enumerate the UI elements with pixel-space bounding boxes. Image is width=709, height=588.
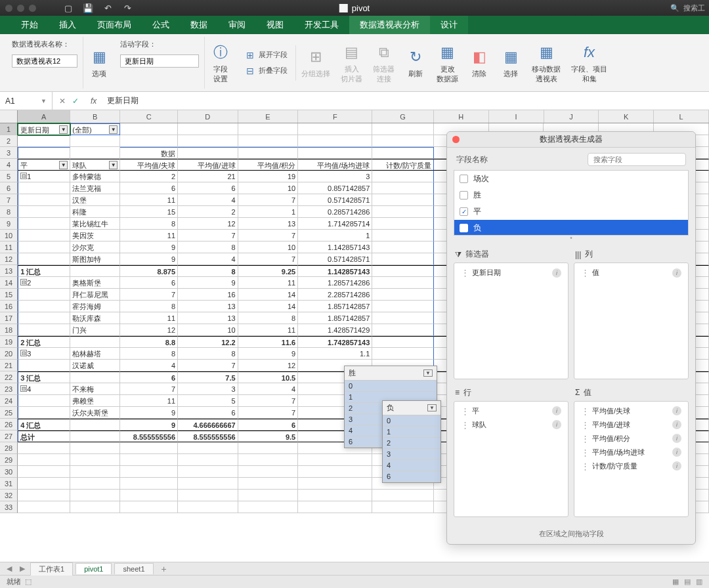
close-window[interactable] xyxy=(5,5,12,12)
cell[interactable]: 9 xyxy=(120,242,178,253)
cell[interactable]: 16 xyxy=(178,289,238,301)
add-sheet-button[interactable]: + xyxy=(156,564,172,574)
name-box-dropdown-icon[interactable]: ▼ xyxy=(41,98,47,104)
field-item[interactable]: 平 xyxy=(454,203,688,220)
cell[interactable]: 9.25 xyxy=(238,265,299,277)
cell[interactable] xyxy=(372,171,434,182)
col-header-B[interactable]: B xyxy=(70,110,120,123)
cell[interactable] xyxy=(178,501,238,513)
cell[interactable]: 1 xyxy=(238,206,299,218)
cell[interactable] xyxy=(298,135,372,147)
cell[interactable]: 7 xyxy=(238,194,299,206)
col-header-H[interactable]: H xyxy=(434,110,489,123)
cell[interactable] xyxy=(298,490,372,501)
cell[interactable] xyxy=(70,135,120,147)
field-item[interactable]: 负 xyxy=(454,220,688,236)
cell[interactable] xyxy=(70,336,120,348)
cell[interactable] xyxy=(238,478,299,490)
cell[interactable] xyxy=(238,454,299,466)
cell[interactable]: 1.742857143 xyxy=(298,336,372,348)
tab-data[interactable]: 数据 xyxy=(180,16,218,34)
cell[interactable] xyxy=(18,454,70,466)
group-select-button[interactable]: ⊞ 分组选择 xyxy=(296,44,335,81)
cell[interactable]: 13 xyxy=(178,301,238,312)
fields-items-button[interactable]: fx 字段、项目 和集 xyxy=(566,39,612,87)
view-normal-icon[interactable]: ▦ xyxy=(672,578,679,586)
cell[interactable]: 2 汇总 xyxy=(18,336,70,348)
col-header-E[interactable]: E xyxy=(238,110,299,123)
cell[interactable]: 计数/防守质量 xyxy=(372,159,434,171)
cell[interactable]: 4 xyxy=(238,383,299,395)
row-header[interactable]: 27 xyxy=(0,430,18,442)
field-settings-button[interactable]: ⓘ 字段 设置 xyxy=(205,39,236,87)
cell[interactable]: 10 xyxy=(178,324,238,336)
cell[interactable]: 1.1 xyxy=(298,348,372,360)
cell[interactable] xyxy=(18,230,70,242)
cell[interactable]: 弗赖堡 xyxy=(70,395,120,407)
row-header[interactable]: 17 xyxy=(0,312,18,324)
cell[interactable] xyxy=(120,135,178,147)
cell[interactable]: 8 xyxy=(178,348,238,360)
cell[interactable]: 勒沃库森 xyxy=(70,312,120,324)
cell[interactable]: 沙尔克 xyxy=(70,242,120,253)
row-header[interactable]: 19 xyxy=(0,336,18,348)
cell[interactable]: 奥格斯堡 xyxy=(70,277,120,289)
cell[interactable] xyxy=(178,442,238,454)
cell[interactable]: 汉诺威 xyxy=(70,360,120,371)
cell[interactable] xyxy=(298,466,372,478)
cell[interactable] xyxy=(18,478,70,490)
cell[interactable]: 7 xyxy=(238,395,299,407)
row-header[interactable]: 14 xyxy=(0,277,18,289)
cell[interactable] xyxy=(372,135,434,147)
cell[interactable]: 1.428571429 xyxy=(298,324,372,336)
row-header[interactable]: 26 xyxy=(0,419,18,430)
col-header-J[interactable]: J xyxy=(544,110,599,123)
cell[interactable]: 8 xyxy=(120,348,178,360)
cell[interactable]: 6 xyxy=(120,182,178,194)
cell[interactable]: ⊟ 1 xyxy=(18,171,70,182)
dropdown-icon[interactable]: ▼ xyxy=(427,404,437,411)
cell[interactable]: 9 xyxy=(120,419,178,430)
field-item[interactable]: 场次 xyxy=(454,171,688,187)
view-page-icon[interactable]: ▤ xyxy=(684,578,691,586)
row-header[interactable]: 4 xyxy=(0,159,18,171)
checkbox[interactable] xyxy=(460,175,468,183)
cell[interactable]: 14 xyxy=(238,289,299,301)
redo-icon[interactable]: ↷ xyxy=(121,2,133,14)
accessibility-icon[interactable]: ⬚ xyxy=(25,578,32,585)
cell[interactable] xyxy=(238,442,299,454)
area-item[interactable]: ⋮平i xyxy=(457,404,565,418)
cell[interactable] xyxy=(372,277,434,289)
cell[interactable]: ⊟ 4 xyxy=(18,383,70,395)
pivot-field-pane[interactable]: 数据透视表生成器 字段名称 场次胜平负 ⧩筛选器 ⋮更新日期i |||列 ⋮值i… xyxy=(446,131,696,545)
cell[interactable]: 不来梅 xyxy=(70,383,120,395)
cell[interactable] xyxy=(178,123,238,135)
row-header[interactable]: 33 xyxy=(0,501,18,513)
cell[interactable]: 球队▼ xyxy=(70,159,120,171)
cell[interactable]: 霍芬海姆 xyxy=(70,301,120,312)
cell[interactable] xyxy=(70,478,120,490)
view-break-icon[interactable]: ▥ xyxy=(696,578,702,586)
row-header[interactable]: 2 xyxy=(0,135,18,147)
cell[interactable]: 3 xyxy=(298,171,372,182)
cell[interactable] xyxy=(178,454,238,466)
filter-popup-fu[interactable]: 负▼ 012346 xyxy=(382,400,441,483)
filter-option[interactable]: 3 xyxy=(383,449,440,460)
tab-insert[interactable]: 插入 xyxy=(49,16,87,34)
col-header-D[interactable]: D xyxy=(178,110,238,123)
close-icon[interactable] xyxy=(452,136,460,143)
cell[interactable]: 7 xyxy=(120,383,178,395)
cell[interactable]: 莱比锡红牛 xyxy=(70,218,120,230)
row-header[interactable]: 10 xyxy=(0,230,18,242)
row-header[interactable]: 13 xyxy=(0,265,18,277)
cell[interactable] xyxy=(70,442,120,454)
cell[interactable] xyxy=(120,442,178,454)
cell[interactable] xyxy=(298,478,372,490)
cell[interactable]: 11 xyxy=(238,277,299,289)
cell[interactable] xyxy=(372,218,434,230)
cell[interactable] xyxy=(372,312,434,324)
cell[interactable] xyxy=(18,312,70,324)
cell[interactable]: 2 xyxy=(120,171,178,182)
options-button[interactable]: ▦ 选项 xyxy=(83,44,115,81)
cell[interactable]: 8.555555556 xyxy=(178,430,238,442)
